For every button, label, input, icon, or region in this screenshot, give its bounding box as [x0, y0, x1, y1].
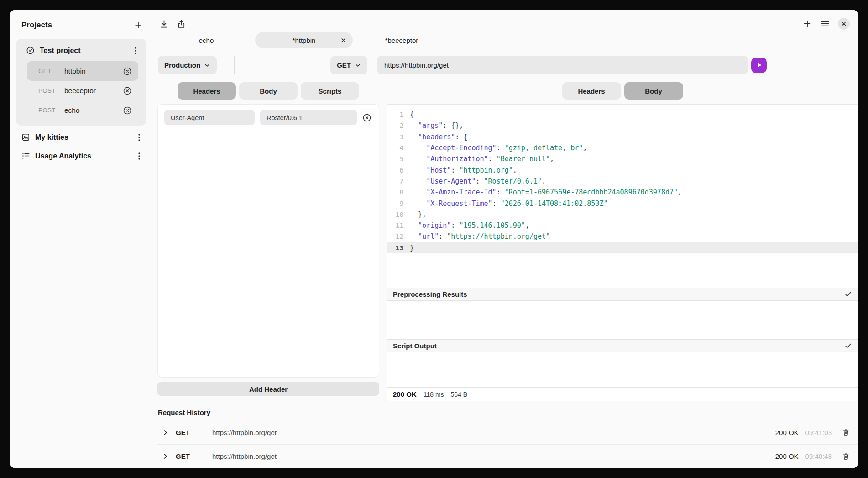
response-time: 118 ms [424, 391, 444, 398]
code-text: "url": "https://httpbin.org/get" [410, 232, 550, 241]
line-number: 13 [387, 244, 403, 252]
tab-close-button[interactable] [341, 38, 346, 43]
code-line: 5 "Authorization": "Bearer null", [387, 153, 858, 164]
share-icon [177, 19, 186, 29]
usage-analytics-menu-button[interactable] [136, 152, 143, 160]
my-kitties-menu-button[interactable] [136, 133, 143, 142]
line-number: 6 [387, 167, 403, 174]
request-tab-label: *httpbin [293, 37, 316, 44]
sidebar: Projects Test project GET httpbin [10, 10, 152, 468]
request-name-label: beeceptor [64, 87, 96, 95]
delete-request-button[interactable] [123, 106, 132, 115]
response-size: 564 B [451, 391, 468, 398]
project-menu-button[interactable] [132, 47, 139, 55]
check-circle-icon [26, 46, 35, 55]
tab-label: Headers [193, 87, 220, 95]
x-circle-icon [123, 106, 132, 115]
trash-icon [842, 428, 850, 436]
add-header-button[interactable]: Add Header [157, 382, 379, 396]
header-key-input[interactable]: User-Agent [164, 110, 255, 125]
request-tab[interactable]: echo [157, 32, 255, 48]
history-url: https://httpbin.org/get [212, 452, 277, 460]
response-pane-tab[interactable]: Headers [562, 82, 621, 100]
new-tab-button[interactable] [802, 19, 812, 29]
code-text: "origin": "195.146.105.90", [410, 221, 529, 230]
code-text: "X-Request-Time": "2026-01-14T08:41:02.8… [410, 200, 608, 208]
send-button[interactable] [751, 58, 767, 73]
plus-icon [802, 19, 812, 29]
x-circle-icon [123, 67, 132, 76]
add-project-button[interactable] [134, 21, 143, 30]
request-history: Request History GET https://httpbin.org/… [157, 404, 858, 468]
expand-row-button[interactable] [162, 429, 169, 436]
response-pane-tab[interactable]: Body [624, 82, 683, 100]
method-label: GET [337, 61, 351, 69]
request-pane-tab[interactable]: Body [239, 82, 298, 100]
download-button[interactable] [159, 19, 169, 29]
method-dropdown[interactable]: GET [330, 56, 367, 74]
preprocessing-results-header: Preprocessing Results [387, 288, 858, 301]
expand-row-button[interactable] [162, 453, 169, 460]
sidebar-item-usage-analytics[interactable]: Usage Analytics [10, 144, 152, 163]
headers-editor: User-Agent Roster/0.6.1 [157, 104, 379, 378]
request-pane-tab[interactable]: Headers [178, 82, 236, 100]
project-items: GET httpbin POST beeceptor POST echo [20, 61, 143, 120]
project-request-item[interactable]: POST echo [27, 100, 138, 120]
history-row[interactable]: GET https://httpbin.org/get 200 OK 09:40… [157, 444, 858, 468]
environment-label: Production [164, 61, 200, 69]
project-name: Test project [40, 47, 81, 55]
x-circle-icon [123, 86, 132, 95]
project-group-header[interactable]: Test project [20, 43, 143, 61]
header-value-input[interactable]: Roster/0.6.1 [260, 110, 357, 125]
divider [234, 56, 235, 74]
menu-button[interactable] [820, 19, 830, 29]
environment-dropdown[interactable]: Production [158, 56, 217, 74]
url-input[interactable] [377, 56, 748, 74]
code-line: 9 "X-Request-Time": "2026-01-14T08:41:02… [387, 198, 858, 209]
tab-label: Scripts [319, 87, 342, 95]
request-pane-tab[interactable]: Scripts [301, 82, 359, 100]
x-circle-icon [362, 113, 371, 122]
code-text: "Authorization": "Bearer null", [410, 155, 554, 163]
project-request-item[interactable]: GET httpbin [27, 61, 138, 81]
history-status: 200 OK [775, 452, 799, 460]
check-icon [844, 290, 852, 298]
line-number: 7 [387, 178, 403, 185]
code-line: 10 }, [387, 209, 858, 220]
code-text: "Host": "httpbin.org", [410, 166, 517, 174]
plus-icon [134, 21, 143, 30]
line-number: 2 [387, 122, 403, 129]
share-button[interactable] [177, 19, 186, 29]
check-icon [844, 342, 852, 350]
response-body-viewer[interactable]: 1 { 2 "args": {}, 3 "headers": { 4 [387, 105, 858, 288]
history-time: 09:41:03 [805, 429, 832, 436]
code-line: 7 "User-Agent": "Roster/0.6.1", [387, 176, 858, 187]
delete-request-button[interactable] [123, 86, 132, 95]
project-request-item[interactable]: POST beeceptor [27, 81, 138, 100]
close-window-button[interactable] [838, 18, 850, 30]
section-title: Script Output [393, 342, 437, 350]
delete-history-button[interactable] [842, 452, 850, 461]
delete-request-button[interactable] [123, 67, 132, 76]
output-line [393, 365, 852, 375]
code-text: "headers": { [410, 133, 467, 141]
code-line: 6 "Host": "httpbin.org", [387, 164, 858, 175]
script-output [387, 352, 858, 387]
history-method: GET [176, 452, 193, 460]
response-card: 1 { 2 "args": {}, 3 "headers": { 4 [387, 104, 858, 401]
request-tab-label: *beeceptor [385, 37, 418, 44]
request-pane-tabs: Headers Body Scripts [157, 82, 379, 100]
request-tab[interactable]: *httpbin [255, 32, 353, 48]
delete-header-button[interactable] [362, 113, 371, 122]
line-number: 8 [387, 189, 403, 196]
sidebar-item-my-kitties[interactable]: My kitties [10, 126, 152, 144]
history-time: 09:40:48 [805, 452, 832, 460]
hamburger-icon [820, 19, 830, 29]
code-line: 4 "Accept-Encoding": "gzip, deflate, br"… [387, 142, 858, 153]
history-row[interactable]: GET https://httpbin.org/get 200 OK 09:41… [157, 420, 858, 444]
request-tab[interactable]: *beeceptor [353, 32, 450, 48]
delete-history-button[interactable] [842, 428, 850, 436]
line-number: 11 [387, 222, 403, 229]
section-title: Preprocessing Results [393, 290, 467, 298]
preprocessing-output [387, 301, 858, 339]
